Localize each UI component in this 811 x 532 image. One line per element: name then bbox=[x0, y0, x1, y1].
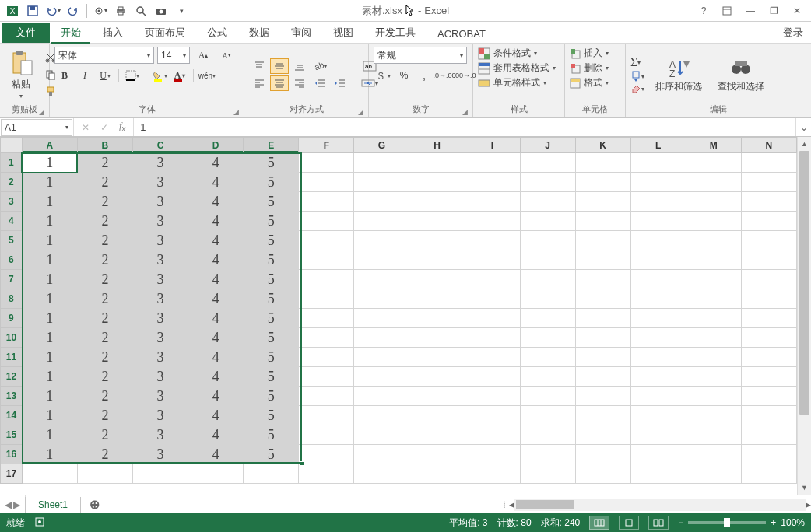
cell[interactable] bbox=[520, 270, 575, 289]
cell[interactable]: 3 bbox=[132, 348, 188, 367]
row-header[interactable]: 16 bbox=[1, 445, 23, 464]
cell[interactable] bbox=[354, 445, 409, 464]
cell[interactable] bbox=[409, 173, 465, 192]
camera-icon[interactable] bbox=[152, 2, 170, 19]
cell[interactable] bbox=[520, 406, 575, 425]
clipboard-dialog-launcher[interactable]: ◢ bbox=[39, 108, 44, 116]
cell[interactable] bbox=[686, 464, 741, 484]
cell[interactable]: 2 bbox=[77, 270, 132, 289]
cell[interactable] bbox=[299, 212, 354, 231]
cell[interactable] bbox=[575, 192, 630, 212]
cell[interactable] bbox=[686, 250, 741, 270]
cell[interactable] bbox=[686, 445, 741, 464]
cell[interactable]: 3 bbox=[132, 445, 188, 464]
cell[interactable] bbox=[520, 464, 575, 484]
cell[interactable] bbox=[575, 425, 630, 445]
paste-button[interactable]: 粘贴 ▾ bbox=[5, 48, 37, 101]
cell[interactable] bbox=[741, 328, 796, 348]
cell[interactable]: 5 bbox=[244, 289, 299, 309]
cell[interactable]: 3 bbox=[132, 192, 188, 212]
cell[interactable] bbox=[465, 231, 520, 250]
formula-input[interactable]: 1 bbox=[134, 121, 795, 133]
row-header[interactable]: 11 bbox=[1, 348, 23, 367]
cell[interactable] bbox=[741, 445, 796, 464]
cell[interactable] bbox=[520, 289, 575, 309]
cell[interactable] bbox=[354, 231, 409, 250]
cell[interactable]: 4 bbox=[188, 250, 244, 270]
column-header[interactable]: A bbox=[22, 138, 77, 153]
cell[interactable] bbox=[575, 328, 630, 348]
decrease-indent-button[interactable] bbox=[311, 75, 329, 91]
cell[interactable] bbox=[465, 153, 520, 173]
cell[interactable]: 1 bbox=[22, 328, 77, 348]
cell[interactable] bbox=[299, 348, 354, 367]
cell[interactable] bbox=[686, 231, 741, 250]
cell[interactable] bbox=[575, 309, 630, 328]
cell[interactable] bbox=[354, 270, 409, 289]
increase-decimal-button[interactable]: .0→.00 bbox=[435, 68, 454, 83]
excel-icon[interactable]: X bbox=[3, 2, 22, 19]
save-icon[interactable] bbox=[23, 2, 42, 19]
cell[interactable]: 1 bbox=[22, 309, 77, 328]
cell[interactable]: 1 bbox=[22, 192, 77, 212]
cell[interactable] bbox=[409, 250, 465, 270]
cell[interactable] bbox=[686, 406, 741, 425]
hscroll-right-button[interactable]: ▶ bbox=[806, 498, 811, 512]
column-header[interactable]: L bbox=[630, 138, 686, 153]
column-header[interactable]: N bbox=[741, 138, 796, 153]
cell[interactable] bbox=[354, 348, 409, 367]
cell[interactable] bbox=[575, 289, 630, 309]
cell[interactable]: 2 bbox=[77, 367, 132, 387]
italic-button[interactable]: I bbox=[75, 68, 94, 83]
cell[interactable]: 5 bbox=[244, 309, 299, 328]
close-button[interactable]: ✕ bbox=[786, 2, 808, 19]
cell[interactable] bbox=[354, 328, 409, 348]
orientation-button[interactable]: ab▾ bbox=[311, 58, 329, 74]
align-dialog-launcher[interactable]: ◢ bbox=[358, 108, 363, 116]
help-button[interactable]: ? bbox=[693, 2, 714, 19]
clear-button[interactable]: ▾ bbox=[630, 83, 644, 94]
cell[interactable] bbox=[630, 464, 686, 484]
cell[interactable]: 1 bbox=[22, 289, 77, 309]
cell[interactable] bbox=[741, 231, 796, 250]
column-header[interactable]: J bbox=[520, 138, 575, 153]
quickprint-icon[interactable] bbox=[111, 2, 130, 19]
cell[interactable] bbox=[575, 348, 630, 367]
cell[interactable]: 5 bbox=[244, 212, 299, 231]
tab-layout[interactable]: 页面布局 bbox=[134, 23, 196, 43]
cell[interactable] bbox=[686, 173, 741, 192]
cell-styles-button[interactable]: 单元格样式▾ bbox=[478, 76, 546, 89]
cell[interactable] bbox=[686, 289, 741, 309]
cell[interactable] bbox=[354, 153, 409, 173]
tab-file[interactable]: 文件 bbox=[2, 23, 50, 43]
cell[interactable]: 1 bbox=[22, 212, 77, 231]
bold-button[interactable]: B bbox=[55, 68, 74, 83]
cell[interactable] bbox=[630, 328, 686, 348]
cell[interactable]: 3 bbox=[132, 231, 188, 250]
cell[interactable] bbox=[575, 212, 630, 231]
cell[interactable] bbox=[299, 387, 354, 406]
touch-mode-icon[interactable]: ▾ bbox=[91, 2, 110, 19]
cell[interactable]: 3 bbox=[132, 309, 188, 328]
cell[interactable] bbox=[188, 464, 244, 484]
cell[interactable]: 2 bbox=[77, 153, 132, 173]
align-bottom-button[interactable] bbox=[290, 58, 309, 74]
select-all-corner[interactable] bbox=[1, 138, 23, 153]
cell[interactable] bbox=[575, 406, 630, 425]
cell[interactable]: 2 bbox=[77, 387, 132, 406]
row-header[interactable]: 1 bbox=[1, 153, 23, 173]
cell[interactable] bbox=[465, 289, 520, 309]
cell[interactable]: 4 bbox=[188, 328, 244, 348]
cell[interactable] bbox=[299, 425, 354, 445]
cell[interactable] bbox=[465, 387, 520, 406]
sheet-nav-next[interactable]: ▶ bbox=[13, 499, 20, 510]
cell[interactable] bbox=[630, 367, 686, 387]
cell[interactable] bbox=[741, 406, 796, 425]
cell[interactable] bbox=[409, 289, 465, 309]
cell[interactable] bbox=[686, 192, 741, 212]
tab-formulas[interactable]: 公式 bbox=[196, 23, 238, 43]
cell[interactable] bbox=[299, 250, 354, 270]
cell[interactable] bbox=[465, 212, 520, 231]
sheet-table[interactable]: ABCDEFGHIJKLMN11234521234531234541234551… bbox=[0, 137, 797, 484]
cell[interactable]: 5 bbox=[244, 250, 299, 270]
